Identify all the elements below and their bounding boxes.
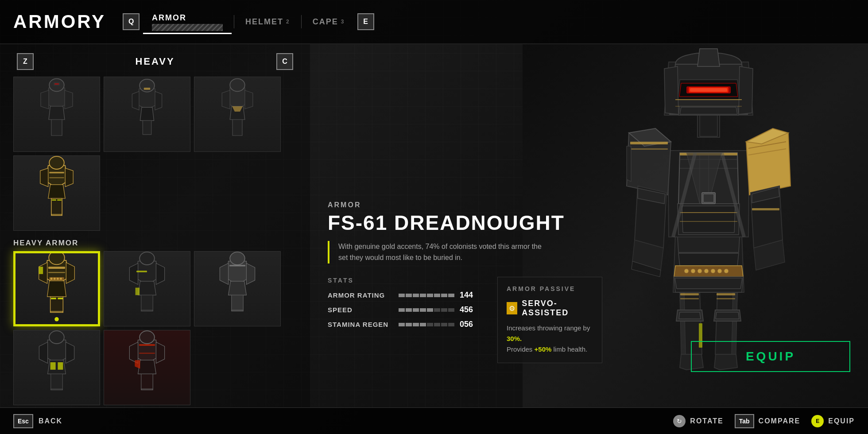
svg-point-18 [54,278,56,280]
tab-helmet[interactable]: HELMET 2 [236,14,299,30]
pips-stamina [399,323,454,326]
svg-point-19 [57,278,59,280]
svg-rect-15 [48,272,65,273]
stats-section: STATS ARMOR RATING [328,277,480,363]
content-area: Z HEAVY C [0,44,868,407]
svg-rect-43 [717,293,735,295]
tab-divider-1 [234,15,234,28]
compare-label: COMPARE [759,417,801,425]
armor-passive-box: ARMOR PASSIVE ⚙ SERVO-ASSISTED Increases… [497,277,602,363]
bottom-left: Esc BACK [13,414,62,428]
svg-point-46 [691,269,695,273]
svg-rect-62 [703,194,714,202]
bottom-bar: Esc BACK ↻ ROTATE Tab COMPARE E EQUIP [0,407,868,434]
svg-rect-9 [49,177,64,178]
active-tab-indicator [152,24,223,31]
stats-passive-row: STATS ARMOR RATING [328,277,602,363]
svg-rect-27 [136,288,140,295]
svg-point-49 [711,269,715,273]
svg-point-45 [684,269,689,273]
svg-rect-35 [141,374,153,389]
armor-row-bottom [13,330,297,405]
svg-rect-41 [680,298,699,299]
top-bar: ARMORY Q ARMOR HELMET 2 CAPE 3 [0,0,868,44]
svg-point-5 [230,79,245,92]
svg-rect-37 [139,344,155,346]
key-e[interactable]: E [357,13,374,30]
svg-point-51 [724,269,728,273]
rotate-group: ↻ ROTATE [673,415,723,427]
svg-rect-55 [752,208,779,210]
key-esc[interactable]: Esc [13,414,33,428]
svg-point-32 [49,331,64,344]
item-details: ARMOR FS-61 DREADNOUGHT With genuine gol… [328,201,602,372]
svg-rect-54 [630,148,668,150]
armor-item-9[interactable] [104,330,190,405]
svg-point-25 [140,252,155,265]
svg-rect-26 [136,271,147,272]
passive-icon: ⚙ [507,302,517,314]
svg-point-3 [140,79,155,92]
stat-value-speed: 456 [460,305,480,314]
bottom-right: ↻ ROTATE Tab COMPARE E EQUIP [673,414,855,428]
svg-point-48 [704,269,709,273]
rotate-icon[interactable]: ↻ [673,415,686,427]
svg-rect-28 [232,295,243,310]
passive-name: SERVO-ASSISTED [522,299,593,318]
svg-rect-4 [144,88,150,90]
svg-point-7 [49,156,64,169]
item-name: FS-61 DREADNOUGHT [328,213,602,233]
svg-rect-38 [139,353,155,353]
tab-armor[interactable]: ARMOR [143,10,232,34]
armor-item-1[interactable] [13,77,100,152]
stat-speed: SPEED [328,305,480,314]
passive-header: ARMOR PASSIVE [507,285,593,292]
key-q[interactable]: Q [123,13,140,30]
tab-divider-2 [301,15,302,28]
key-z[interactable]: Z [17,53,34,70]
svg-point-20 [60,278,62,280]
section-label-heavy: HEAVY ARMOR [13,239,297,248]
armor-item-4[interactable] [13,155,100,231]
svg-rect-6 [51,198,62,214]
armor-item-8[interactable] [13,330,100,405]
svg-point-29 [230,252,245,265]
equip-button-container: EQUIP [691,341,850,372]
svg-point-13 [49,252,65,264]
key-c[interactable]: C [276,53,293,70]
armor-row-heavy [13,251,297,326]
svg-point-47 [698,269,702,273]
tab-navigation: ARMOR HELMET 2 CAPE 3 [143,10,353,34]
title-armory: ARMORY [13,11,106,32]
equip-bottom-label: EQUIP [828,417,855,425]
armor-item-3[interactable] [194,77,281,152]
key-tab[interactable]: Tab [735,414,754,428]
armor-item-7[interactable] [194,251,281,326]
tab-cape[interactable]: CAPE 3 [304,14,354,30]
stat-value-armor: 144 [460,291,480,300]
equip-bottom-group: E EQUIP [811,415,855,427]
svg-rect-2 [54,83,59,84]
passive-title-row: ⚙ SERVO-ASSISTED [507,299,593,318]
item-description: With genuine gold accents, 74% of coloni… [338,241,551,264]
svg-rect-53 [630,142,668,144]
category-title: HEAVY [135,56,174,67]
equip-button[interactable]: EQUIP [691,341,850,372]
armor-item-5[interactable] [13,251,100,326]
armor-item-2[interactable] [104,77,190,152]
svg-rect-14 [48,267,65,269]
stats-header: STATS [328,277,480,284]
svg-rect-22 [58,298,63,299]
stat-armor-rating: ARMOR RATING [328,291,480,300]
item-description-wrap: With genuine gold accents, 74% of coloni… [328,241,602,264]
armor-row-top [13,77,297,152]
svg-point-23 [54,317,58,321]
right-panel: ARMOR FS-61 DREADNOUGHT With genuine gol… [310,44,868,407]
armor-item-6[interactable] [104,251,190,326]
rotate-label: ROTATE [690,417,723,425]
svg-rect-21 [51,298,56,299]
svg-rect-33 [50,362,56,370]
armor-row-mid [13,155,297,231]
equip-icon[interactable]: E [811,415,824,427]
svg-rect-31 [51,374,62,389]
